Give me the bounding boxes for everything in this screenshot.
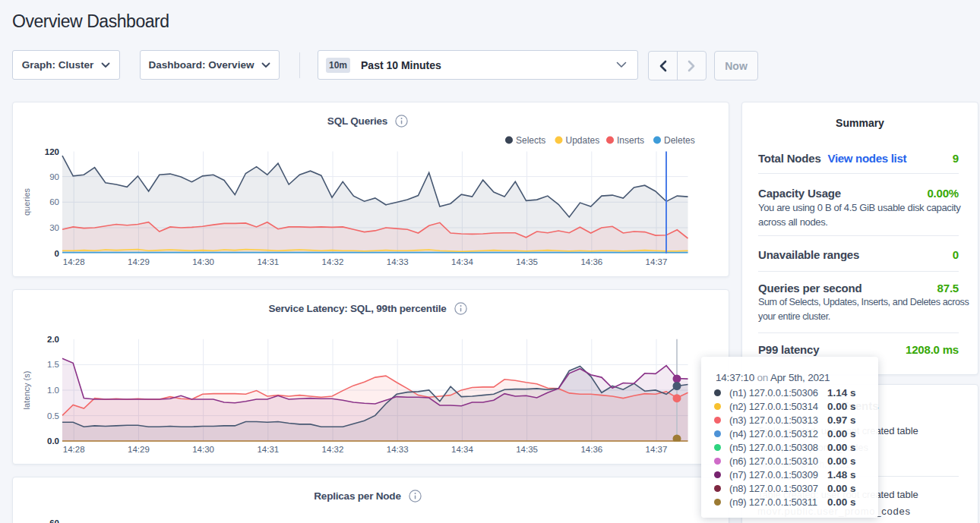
svg-text:14:34: 14:34: [451, 445, 473, 454]
svg-text:1.0: 1.0: [47, 386, 59, 395]
svg-text:14:37: 14:37: [646, 257, 668, 266]
svg-text:Inserts: Inserts: [617, 135, 644, 146]
svg-text:14:35: 14:35: [516, 257, 538, 266]
svg-text:14:33: 14:33: [387, 445, 409, 454]
svg-text:14:28: 14:28: [63, 257, 85, 266]
svg-text:2.0: 2.0: [47, 335, 59, 344]
svg-text:0.5: 0.5: [47, 411, 59, 421]
svg-text:Selects: Selects: [516, 135, 545, 146]
svg-text:14:34: 14:34: [451, 257, 473, 266]
svg-text:Updates: Updates: [566, 135, 600, 146]
svg-text:14:29: 14:29: [128, 445, 150, 454]
svg-text:14:36: 14:36: [580, 445, 602, 454]
svg-text:14:31: 14:31: [257, 257, 279, 266]
svg-text:30: 30: [49, 223, 59, 232]
svg-text:Deletes: Deletes: [664, 135, 695, 146]
svg-text:14:35: 14:35: [516, 445, 538, 454]
svg-text:90: 90: [49, 172, 59, 181]
svg-text:14:37: 14:37: [646, 445, 668, 454]
svg-text:14:36: 14:36: [580, 257, 602, 266]
svg-text:14:30: 14:30: [192, 257, 214, 266]
svg-text:0: 0: [55, 249, 59, 258]
svg-text:1.5: 1.5: [47, 360, 59, 369]
svg-text:queries: queries: [22, 187, 31, 216]
svg-text:14:28: 14:28: [63, 445, 85, 454]
svg-text:14:32: 14:32: [322, 257, 344, 266]
svg-text:60: 60: [49, 197, 59, 206]
svg-text:14:31: 14:31: [257, 445, 279, 454]
svg-text:14:32: 14:32: [322, 445, 344, 454]
svg-text:14:29: 14:29: [128, 257, 150, 266]
svg-text:latency (s): latency (s): [22, 371, 31, 410]
svg-text:14:30: 14:30: [192, 445, 214, 454]
svg-text:120: 120: [45, 147, 59, 156]
svg-text:60: 60: [49, 518, 59, 523]
svg-text:14:33: 14:33: [387, 257, 409, 266]
svg-text:0.0: 0.0: [47, 436, 59, 446]
